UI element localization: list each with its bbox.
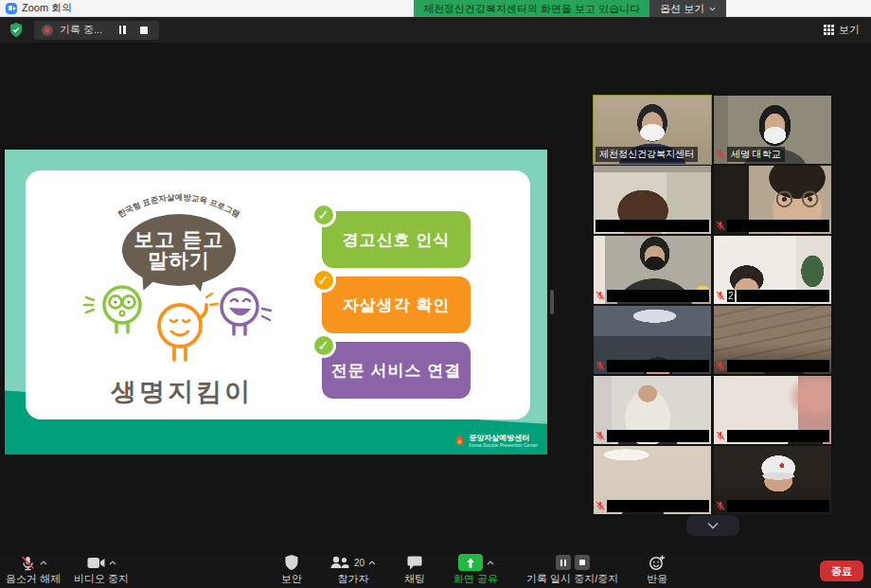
record-control-label: 기록 일시 중지/중지 (526, 572, 618, 586)
view-options-label: 옵션 보기 (660, 2, 704, 16)
slide-item-label: 전문 서비스 연결 (331, 360, 461, 382)
muted-mic-icon (595, 501, 605, 511)
participant-tile[interactable] (594, 236, 711, 304)
participant-name-bar (595, 430, 709, 442)
censored-name-bar (595, 220, 709, 232)
participant-tile[interactable] (594, 376, 711, 444)
censored-name-bar (607, 360, 709, 372)
chat-bubble-icon (407, 556, 422, 570)
participant-tile[interactable] (714, 446, 831, 514)
participant-name-bar (595, 290, 709, 302)
slide-item-warning-signs: ✓ 경고신호 인식 (322, 211, 471, 268)
end-meeting-button[interactable]: 종료 (820, 561, 863, 581)
shared-slide: 한국형 표준자살예방교육 프로그램 보고 듣고 말하기 (5, 150, 547, 454)
reactions-button[interactable]: 반응 (647, 554, 667, 588)
zoom-logo-icon (6, 3, 17, 14)
muted-mic-icon (716, 361, 725, 371)
muted-mic-icon (716, 501, 725, 511)
participant-tile[interactable] (714, 376, 831, 444)
participant-name-label: 제천정신건강복지센터 (595, 147, 698, 162)
participant-grid: 제천정신건강복지센터 세명 대학교 2 (594, 96, 831, 514)
check-icon: ✓ (311, 333, 336, 358)
collapse-gallery-button[interactable] (686, 515, 739, 536)
pause-recording-icon[interactable] (115, 24, 130, 37)
slide-item-suicidal-thoughts: ✓ 자살생각 확인 (322, 276, 471, 333)
recording-indicator: 기록 중... (34, 21, 159, 40)
video-camera-icon (87, 557, 105, 569)
chevron-up-icon[interactable] (368, 561, 376, 565)
participant-name-bar (595, 220, 709, 232)
zoom-meeting-window: Zoom 회의 제천정신건강복지센터의 화면을 보고 있습니다 옵션 보기 기록… (0, 0, 871, 588)
chevron-up-icon[interactable] (487, 561, 494, 565)
participant-tile[interactable]: 2 (714, 236, 831, 304)
gatekeeper-characters-illustration (80, 280, 279, 373)
security-button[interactable]: 보안 (281, 554, 302, 588)
slide-item-label: 자살생각 확인 (343, 294, 451, 316)
participants-label: 참가자 (337, 572, 368, 586)
stage-scrollbar-handle[interactable] (550, 290, 554, 314)
chevron-down-icon (709, 7, 716, 11)
participant-name-bar: 제천정신건강복지센터 (595, 147, 709, 162)
org-logo-icon (454, 435, 465, 447)
org-logo: 중앙자살예방센터 Korea Suicide Prevention Center (454, 435, 538, 448)
share-screen-label: 화면 공유 (453, 572, 498, 586)
encryption-shield-icon[interactable] (8, 22, 25, 39)
slide-card: 한국형 표준자살예방교육 프로그램 보고 듣고 말하기 (26, 170, 530, 419)
chat-label: 채팅 (404, 572, 425, 586)
meeting-toolbar: 음소거 해제 비디오 중지 (0, 554, 871, 588)
participant-tile[interactable] (594, 446, 711, 514)
security-shield-icon (285, 555, 298, 570)
participant-tile[interactable] (594, 166, 711, 234)
view-button-label: 보기 (839, 23, 860, 37)
reactions-label: 반응 (647, 572, 667, 586)
stop-video-button[interactable]: 비디오 중지 (74, 554, 129, 588)
microphone-muted-icon (20, 555, 36, 571)
participant-tile[interactable]: 세명 대학교 (714, 96, 831, 164)
censored-name-bar (607, 430, 709, 442)
stop-recording-icon[interactable] (136, 24, 151, 37)
participant-name-bar (716, 220, 829, 232)
shared-screen-stage: 한국형 표준자살예방교육 프로그램 보고 듣고 말하기 (0, 43, 871, 554)
participant-tile[interactable] (714, 306, 831, 374)
participant-name-bar (595, 500, 709, 512)
gatekeeper-title: 생명지킴이 (78, 375, 286, 409)
view-button[interactable]: 보기 (824, 23, 863, 37)
censored-name-bar (737, 290, 829, 302)
stop-record-icon[interactable] (575, 555, 590, 570)
censored-name-bar (727, 500, 829, 512)
check-icon: ✓ (311, 268, 336, 293)
share-screen-button[interactable]: 화면 공유 (453, 554, 498, 588)
view-options-button[interactable]: 옵션 보기 (649, 0, 726, 17)
participant-name-partial: 2 (727, 290, 735, 302)
chat-button[interactable]: 채팅 (404, 554, 425, 588)
muted-mic-icon (595, 291, 605, 301)
censored-name-bar (727, 360, 829, 372)
recording-status-text: 기록 중... (60, 23, 108, 37)
unmute-button[interactable]: 음소거 해제 (6, 554, 61, 588)
chevron-up-icon[interactable] (109, 561, 116, 565)
chevron-up-icon[interactable] (40, 561, 47, 565)
muted-mic-icon (716, 221, 725, 231)
bubble-line2: 말하기 (148, 250, 210, 271)
stop-video-label: 비디오 중지 (74, 572, 129, 586)
participants-button[interactable]: 20 참가자 (330, 554, 376, 588)
participant-tile[interactable] (714, 166, 831, 234)
record-control-button[interactable]: 기록 일시 중지/중지 (526, 554, 618, 588)
bubble-line1: 보고 듣고 (134, 229, 224, 250)
recording-dot-icon (42, 25, 53, 36)
slide-item-professional-services: ✓ 전문 서비스 연결 (322, 342, 471, 399)
window-title: Zoom 회의 (22, 1, 72, 15)
participants-count: 20 (354, 558, 364, 568)
censored-name-bar (727, 430, 829, 442)
participant-tile[interactable]: 제천정신건강복지센터 (594, 96, 711, 164)
viewing-message: 제천정신건강복지센터의 화면을 보고 있습니다 (414, 0, 649, 17)
muted-mic-icon (716, 431, 725, 441)
pause-record-icon[interactable] (556, 555, 571, 570)
grid-view-icon (824, 25, 834, 35)
participant-tile[interactable] (594, 306, 711, 374)
unmute-label: 음소거 해제 (6, 572, 61, 586)
security-label: 보안 (281, 572, 302, 586)
slide-item-label: 경고신호 인식 (343, 229, 451, 251)
muted-mic-icon (716, 150, 725, 160)
censored-name-bar (727, 220, 829, 232)
